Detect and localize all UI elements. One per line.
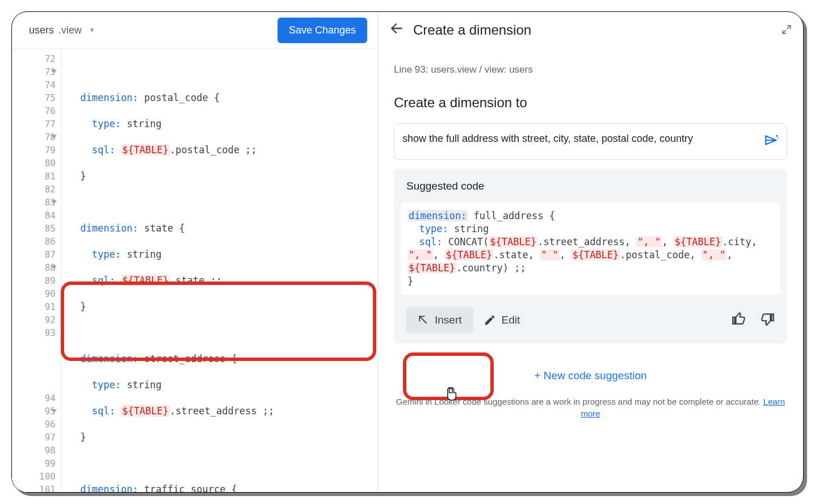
feedback-group [732, 312, 775, 329]
svg-point-4 [778, 137, 779, 138]
prompt-input[interactable] [402, 133, 758, 145]
assistant-header: Create a dimension [378, 12, 803, 48]
suggested-code-block: dimension: full_address { type: string s… [401, 203, 780, 295]
insert-arrow-icon [418, 314, 429, 326]
code-editor[interactable]: 72 73 74 75 76 77 78 79 80 81 82 83 84 8… [12, 48, 377, 492]
insert-button[interactable]: Insert [406, 307, 473, 333]
svg-point-3 [776, 135, 778, 137]
new-suggestion-link[interactable]: + New code suggestion [394, 369, 787, 382]
save-changes-button[interactable]: Save Changes [278, 18, 367, 43]
edit-button[interactable]: Edit [484, 314, 520, 326]
back-arrow-icon[interactable] [389, 21, 404, 39]
editor-header: users.view ▼ Save Changes [12, 12, 377, 48]
svg-line-2 [783, 31, 785, 33]
file-ext: .view [58, 24, 82, 36]
context-breadcrumb: Line 93: users.view / view: users [394, 64, 787, 75]
suggested-code-title: Suggested code [394, 180, 787, 200]
svg-line-1 [788, 26, 791, 28]
collapse-icon[interactable] [782, 24, 792, 36]
pencil-icon [484, 314, 496, 326]
send-icon[interactable] [764, 133, 779, 150]
chevron-down-icon[interactable]: ▼ [89, 26, 95, 34]
code-body[interactable]: dimension: postal_code { type: string sq… [62, 49, 377, 492]
assistant-pane: Create a dimension Line 93: users.view /… [378, 12, 803, 492]
section-heading: Create a dimension to [394, 95, 787, 111]
svg-line-5 [419, 316, 426, 323]
file-basename: users [29, 24, 54, 36]
panel-title: Create a dimension [413, 22, 531, 38]
suggested-code-card: Suggested code dimension: full_address {… [394, 169, 787, 343]
thumbs-down-icon[interactable] [760, 312, 775, 329]
editor-pane: users.view ▼ Save Changes 72 73 74 75 76… [12, 12, 378, 492]
assistant-body: Line 93: users.view / view: users Create… [378, 48, 803, 492]
file-title[interactable]: users.view ▼ [29, 24, 95, 36]
line-gutter: 72 73 74 75 76 77 78 79 80 81 82 83 84 8… [12, 49, 62, 492]
prompt-box [394, 123, 787, 159]
disclaimer-text: Gemini in Looker code suggestions are a … [394, 396, 787, 419]
thumbs-up-icon[interactable] [732, 312, 746, 329]
action-row: Insert Edit [394, 295, 787, 333]
